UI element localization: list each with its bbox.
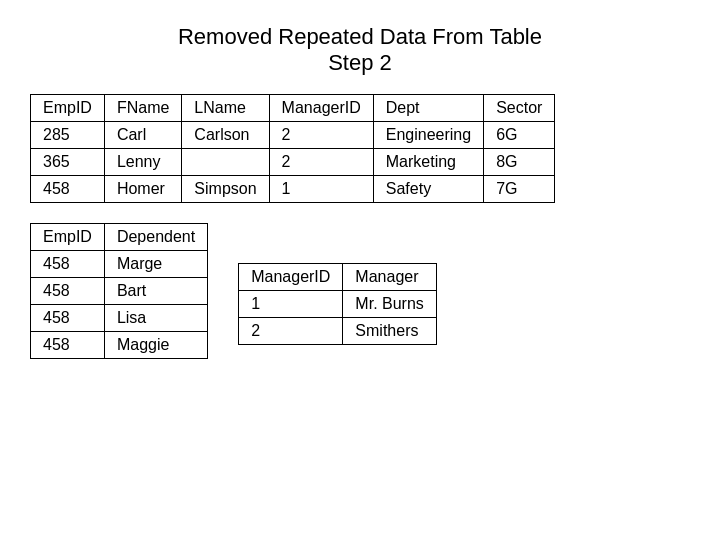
table-row: 365Lenny2Marketing8G	[31, 149, 555, 176]
table-row: 458Lisa	[31, 305, 208, 332]
page-subtitle: Removed Repeated Data From TableStep 2	[30, 24, 690, 76]
table-row: 458HomerSimpson1Safety7G	[31, 176, 555, 203]
table-cell: Marketing	[373, 149, 483, 176]
table-header: EmpID	[31, 224, 105, 251]
table-row: 2Smithers	[239, 318, 437, 345]
table-cell: Smithers	[343, 318, 436, 345]
table-header: Sector	[484, 95, 555, 122]
table-cell: Homer	[104, 176, 181, 203]
table-cell: 1	[269, 176, 373, 203]
table-header: LName	[182, 95, 269, 122]
table-row: 458Maggie	[31, 332, 208, 359]
table-cell: 458	[31, 278, 105, 305]
table-row: 285CarlCarlson2Engineering6G	[31, 122, 555, 149]
table-header: ManagerID	[269, 95, 373, 122]
table-cell: Carl	[104, 122, 181, 149]
dependent-table: EmpIDDependent 458Marge458Bart458Lisa458…	[30, 223, 208, 359]
manager-table: ManagerIDManager 1Mr. Burns2Smithers	[238, 263, 437, 345]
table-cell: 458	[31, 332, 105, 359]
table-cell: Bart	[104, 278, 207, 305]
table-cell: 8G	[484, 149, 555, 176]
table-cell: Mr. Burns	[343, 291, 436, 318]
table-cell: Simpson	[182, 176, 269, 203]
table-cell: Engineering	[373, 122, 483, 149]
table-cell	[182, 149, 269, 176]
table-cell: 365	[31, 149, 105, 176]
table-header: FName	[104, 95, 181, 122]
table-cell: Carlson	[182, 122, 269, 149]
table-header: Dependent	[104, 224, 207, 251]
table-row: 458Bart	[31, 278, 208, 305]
main-table: EmpIDFNameLNameManagerIDDeptSector 285Ca…	[30, 94, 555, 203]
table-header: Manager	[343, 264, 436, 291]
table-cell: Lenny	[104, 149, 181, 176]
table-header: EmpID	[31, 95, 105, 122]
table-header: ManagerID	[239, 264, 343, 291]
table-header: Dept	[373, 95, 483, 122]
table-row: 1Mr. Burns	[239, 291, 437, 318]
table-cell: Safety	[373, 176, 483, 203]
table-cell: 285	[31, 122, 105, 149]
table-cell: 1	[239, 291, 343, 318]
table-cell: 458	[31, 305, 105, 332]
table-cell: 2	[269, 122, 373, 149]
table-cell: 458	[31, 176, 105, 203]
table-cell: 2	[269, 149, 373, 176]
table-row: 458Marge	[31, 251, 208, 278]
table-cell: Maggie	[104, 332, 207, 359]
table-cell: 7G	[484, 176, 555, 203]
table-cell: 6G	[484, 122, 555, 149]
table-cell: Lisa	[104, 305, 207, 332]
table-cell: 2	[239, 318, 343, 345]
table-cell: Marge	[104, 251, 207, 278]
table-cell: 458	[31, 251, 105, 278]
